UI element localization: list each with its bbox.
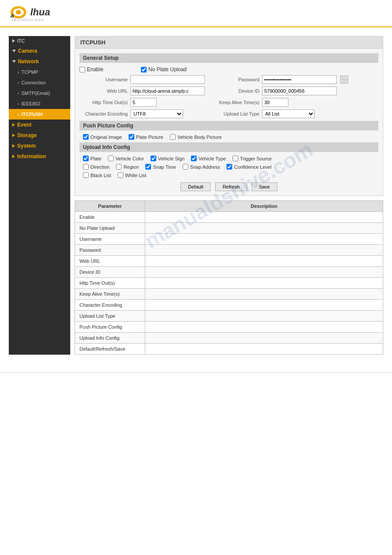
table-cell-param: Device ID [75, 267, 145, 278]
default-button[interactable]: Default [180, 182, 211, 191]
param-table: Parameter Description EnableNo Plate Upl… [75, 200, 383, 355]
snap-address-label: Snap Address [190, 164, 220, 170]
table-cell-desc [145, 234, 383, 245]
table-cell-param: Http Time Out(s) [75, 278, 145, 289]
upload-info-row1: Plate Vehicle Color Vehicle Sign Ve [79, 156, 378, 161]
table-row: Push Picture Config [75, 322, 383, 333]
table-row: Upload List Type [75, 311, 383, 322]
sidebar-item-smtp[interactable]: › SMTP(Email) [9, 88, 70, 98]
vehicle-color-checkbox[interactable] [108, 156, 114, 161]
region-checkbox[interactable] [116, 164, 122, 170]
upload-info-row3: Black List White List [79, 172, 378, 178]
table-cell-desc [145, 245, 383, 256]
trigger-source-checkbox[interactable] [233, 156, 238, 161]
save-button[interactable]: Save [252, 182, 277, 191]
sidebar-item-tcpmp[interactable]: › TCPMP [9, 67, 70, 77]
sidebar-item-information[interactable]: Information [9, 151, 70, 162]
password-input[interactable] [262, 75, 337, 84]
push-picture-row: Original Image Plate Picture Vehicle Bod… [79, 134, 378, 140]
black-list-checkbox[interactable] [83, 172, 89, 178]
upload-list-select[interactable]: All List [262, 109, 315, 118]
table-header-param: Parameter [75, 201, 145, 212]
logo-icon: a [9, 4, 29, 20]
original-image-label: Original Image [90, 134, 122, 140]
vehicle-sign-checkbox[interactable] [151, 156, 156, 161]
sidebar-item-connection[interactable]: › Connection [9, 77, 70, 88]
confidence-level-checkbox[interactable] [227, 164, 232, 170]
vehicle-color-item: Vehicle Color [108, 156, 144, 161]
web-url-input[interactable] [130, 87, 205, 95]
sidebar-item-event[interactable]: Event [9, 120, 70, 130]
table-cell-param: Push Picture Config [75, 322, 145, 333]
username-input[interactable] [130, 75, 205, 84]
device-id-input[interactable] [262, 87, 337, 95]
original-image-checkbox[interactable] [83, 134, 89, 140]
sidebar-item-system[interactable]: System [9, 141, 70, 151]
upload-info-row2: Direction Region Snap Time Snap Add [79, 164, 378, 170]
content-panel: ITCPUSH General Setup Enable No Plate Up [75, 36, 383, 196]
logo-subtitle: TECHNOLOGY [11, 18, 45, 22]
keep-alive-input[interactable] [262, 98, 288, 107]
arrow-icon [12, 134, 15, 137]
vehicle-sign-item: Vehicle Sign [151, 156, 185, 161]
sidebar: ITC Camera Network › TCPMP › Connection … [9, 36, 70, 355]
table-row: Username [75, 234, 383, 245]
vehicle-body-checkbox[interactable] [170, 134, 176, 140]
enable-checkbox[interactable] [79, 67, 85, 73]
logo: a lhua TECHNOLOGY [9, 4, 50, 22]
general-setup-title: General Setup [79, 53, 378, 63]
action-buttons: Default Refresh Save [79, 182, 378, 191]
password-show-button[interactable]: ⋯ [340, 76, 348, 83]
direction-item: Direction [83, 164, 109, 170]
sidebar-item-itcpush[interactable]: › ITCPUSH [9, 109, 70, 120]
footer [0, 372, 392, 380]
web-url-label: Web URL [79, 88, 128, 94]
device-id-label: Device ID [211, 88, 259, 94]
direction-checkbox[interactable] [83, 164, 89, 170]
sidebar-item-storage[interactable]: Storage [9, 130, 70, 141]
char-encoding-label: Character Encoding [79, 111, 128, 116]
http-timeout-input[interactable] [130, 98, 157, 107]
table-row: Password [75, 245, 383, 256]
plate-picture-checkbox[interactable] [129, 134, 134, 140]
white-list-checkbox[interactable] [118, 172, 123, 178]
table-row: Web URL [75, 256, 383, 267]
sidebar-item-itc[interactable]: ITC [9, 36, 70, 46]
table-cell-desc [145, 344, 383, 355]
keep-alive-label: Keep Alive Time(s) [211, 100, 259, 105]
char-encoding-select[interactable]: UTF8 [130, 109, 183, 118]
region-item: Region [116, 164, 139, 170]
original-image-item: Original Image [83, 134, 122, 140]
vehicle-color-label: Vehicle Color [115, 156, 144, 161]
vehicle-sign-label: Vehicle Sign [158, 156, 185, 161]
white-list-label: White List [125, 173, 146, 178]
table-cell-desc [145, 300, 383, 311]
table-cell-desc [145, 311, 383, 322]
vehicle-type-item: Vehicle Type [191, 156, 226, 161]
vehicle-type-checkbox[interactable] [191, 156, 197, 161]
no-plate-upload-checkbox[interactable] [141, 67, 147, 73]
refresh-button[interactable]: Refresh [215, 182, 247, 191]
snap-address-checkbox[interactable] [183, 164, 188, 170]
sidebar-item-ieee802[interactable]: › IEEE802 [9, 98, 70, 109]
table-row: Character Encoding [75, 300, 383, 311]
enable-row: Enable No Plate Upload [79, 66, 378, 73]
table-row: Upload Info Config [75, 333, 383, 344]
snap-time-item: Snap Time [145, 164, 176, 170]
table-cell-param: Upload Info Config [75, 333, 145, 344]
table-cell-desc [145, 223, 383, 234]
trigger-source-label: Trigger Source [240, 156, 272, 161]
plate-checkbox[interactable] [83, 156, 89, 161]
timeout-keepalive-row: Http Time Out(s) Keep Alive Time(s) [79, 98, 378, 107]
arrow-icon [12, 144, 15, 148]
upload-info-title: Upload Info Config [79, 142, 378, 152]
username-password-row: Username Password ⋯ [79, 75, 378, 84]
snap-time-checkbox[interactable] [145, 164, 151, 170]
plate-label: Plate [90, 156, 101, 161]
enable-label: Enable [87, 66, 103, 73]
table-cell-desc [145, 278, 383, 289]
arrow-icon [12, 155, 15, 158]
sidebar-item-camera[interactable]: Camera [9, 46, 70, 56]
sidebar-item-network[interactable]: Network [9, 56, 70, 67]
weburl-deviceid-row: Web URL Device ID [79, 87, 378, 95]
